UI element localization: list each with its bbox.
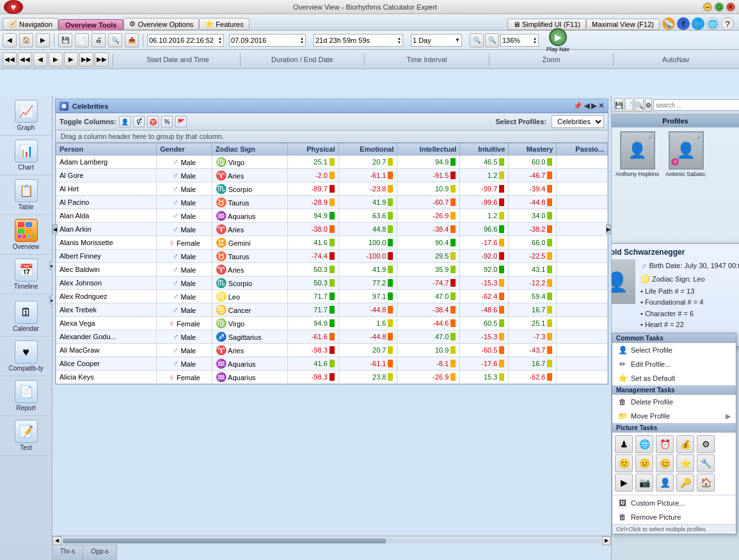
- table-row[interactable]: Al Pacino ♂ Male ♉ Taurus -28.9 41.9 -60…: [56, 196, 608, 209]
- home-button[interactable]: 🏠: [19, 33, 33, 47]
- sidebar-item-chart[interactable]: 📊 Chart: [0, 136, 52, 175]
- scroll-left-btn[interactable]: ◀: [52, 536, 61, 545]
- ctx-remove-picture[interactable]: 🗑 Remove Picture: [612, 510, 736, 524]
- next-button[interactable]: ▶: [64, 52, 78, 67]
- table-row[interactable]: Alicia Keys ♀ Female ♒ Aquarius -98.3 23…: [56, 371, 608, 384]
- col-intellectual[interactable]: Intellectual: [397, 143, 460, 156]
- sidebar-item-calendar[interactable]: 🗓 Calendar: [0, 297, 52, 337]
- col-passion[interactable]: Passio...: [557, 143, 608, 156]
- zoom-out-button[interactable]: 🔍: [485, 33, 499, 47]
- rp-delete-button[interactable]: 🔍: [635, 98, 644, 112]
- pic-btn-neutral[interactable]: 😐: [635, 454, 653, 472]
- toggle-btn-zodiac[interactable]: ♈: [147, 116, 159, 127]
- help-icon[interactable]: ?: [721, 17, 734, 30]
- search-input[interactable]: [653, 99, 739, 111]
- table-row[interactable]: Adam Lamberg ♂ Male ♍ Virgo 25.1 20.7 94…: [56, 156, 608, 169]
- start-date-input[interactable]: 06.10.2016 22:16:52 ▲ ▼: [147, 34, 224, 47]
- new-button[interactable]: 📄: [75, 33, 89, 47]
- horizontal-scrollbar[interactable]: ◀ ▶: [52, 536, 611, 545]
- rp-new-button[interactable]: 📄: [624, 98, 633, 112]
- pic-btn-play[interactable]: ▶: [615, 474, 633, 492]
- sidebar-item-graph[interactable]: 📈 Graph: [0, 96, 52, 136]
- overview-options-button[interactable]: ⚙ Overview Options: [123, 18, 199, 30]
- ctx-delete-profile[interactable]: 🗑 Delete Profile: [612, 395, 736, 409]
- rss-icon[interactable]: 📡: [662, 17, 675, 30]
- table-row[interactable]: Alan Arkin ♂ Male ♈ Aries -38.0 44.8 -38…: [56, 223, 608, 236]
- twitter-icon[interactable]: 🐦: [692, 17, 704, 30]
- grid-pin-button[interactable]: 📌: [573, 102, 582, 110]
- grid-nav-right[interactable]: ▶: [591, 102, 596, 110]
- ctx-select-profile[interactable]: 👤 Select Profile: [612, 343, 736, 357]
- save-button[interactable]: 💾: [58, 33, 72, 47]
- pic-btn-person[interactable]: 👤: [656, 474, 674, 492]
- first-button[interactable]: ◀◀: [3, 52, 17, 67]
- play-nav-button[interactable]: ▶ Play Nav: [546, 28, 569, 52]
- sidebar-item-table[interactable]: 📋 Table: [0, 175, 52, 215]
- pic-btn-globe[interactable]: 🌐: [635, 435, 653, 453]
- ctx-set-default[interactable]: ⭐ Set as Default: [612, 371, 736, 385]
- profile-card-antonio[interactable]: 👤 ♂ ♀ Antonio Sabato,: [663, 129, 709, 180]
- table-row[interactable]: Alec Baldwin ♂ Male ♈ Aries 50.3 41.9 35…: [56, 263, 608, 276]
- toggle-btn-person[interactable]: 👤: [119, 116, 131, 127]
- globe-icon[interactable]: 🌐: [706, 17, 719, 30]
- data-table-scroll[interactable]: Person Gender Zodiac Sign Physical Emoti…: [56, 143, 608, 384]
- sidebar-item-overview[interactable]: Overview: [0, 215, 52, 255]
- table-row[interactable]: Al Gore ♂ Male ♈ Aries -2.0 -61.1 -91.5 …: [56, 169, 608, 182]
- table-row[interactable]: Al Hirt ♂ Male ♏ Scorpio -89.7 -23.8 10.…: [56, 182, 608, 196]
- table-row[interactable]: Alexander Godu... ♂ Male ♐ Sagittarius -…: [56, 330, 608, 344]
- toggle-btn-gender[interactable]: ⚥: [133, 116, 145, 127]
- col-person[interactable]: Person: [56, 143, 157, 156]
- play-button[interactable]: ▶: [49, 52, 63, 67]
- back-button[interactable]: ◀: [3, 33, 17, 47]
- export-button[interactable]: 📤: [125, 33, 139, 47]
- duration-input[interactable]: 21d 23h 59m 59s ▲ ▼: [314, 34, 403, 47]
- left-collapse-arrow[interactable]: ◀: [52, 224, 58, 234]
- sidebar-item-timeline[interactable]: 📅 Timeline: [0, 255, 52, 294]
- zoom-input[interactable]: 136% ▲ ▼: [500, 34, 539, 47]
- table-row[interactable]: Alan Alda ♂ Male ♒ Aquarius 94.9 63.6 -2…: [56, 209, 608, 223]
- bottom-opp-s[interactable]: Opp-s: [83, 545, 116, 560]
- table-row[interactable]: Alex Johnson ♂ Male ♏ Scorpio 50.3 77.2 …: [56, 276, 608, 290]
- col-intuitive[interactable]: Intuitive: [460, 143, 509, 156]
- table-row[interactable]: Alex Trebek ♂ Male ♋ Cancer 71.7 -44.8 -…: [56, 303, 608, 317]
- grid-nav-left[interactable]: ◀: [584, 102, 589, 110]
- pic-btn-sad[interactable]: 🙁: [615, 454, 633, 472]
- table-row[interactable]: Alice Cooper ♂ Male ♒ Aquarius 41.6 -61.…: [56, 357, 608, 371]
- sidebar-item-report[interactable]: 📄 Report: [0, 376, 52, 416]
- overview-tools-tab[interactable]: Overview Tools: [58, 19, 124, 30]
- features-button[interactable]: ⭐ Features: [199, 18, 249, 30]
- col-mastery[interactable]: Mastery: [509, 143, 557, 156]
- app-logo[interactable]: ♥: [4, 0, 23, 14]
- pic-btn-gear[interactable]: ⚙: [697, 435, 715, 453]
- col-zodiac[interactable]: Zodiac Sign: [212, 143, 288, 156]
- sidebar-item-compatibility[interactable]: ♥ Compatib-ty: [0, 337, 52, 376]
- end-date-input[interactable]: 07.09.2016 ▲ ▼: [229, 34, 306, 47]
- rp-settings-button[interactable]: ⚙: [645, 98, 652, 112]
- rp-save-button[interactable]: 💾: [614, 98, 623, 112]
- table-row[interactable]: Alex Rodriguez ♂ Male ♌ Leo 71.7 97.1 47…: [56, 290, 608, 303]
- table-row[interactable]: Alexa Vega ♀ Female ♍ Virgo 94.9 1.6 -44…: [56, 317, 608, 330]
- find-button[interactable]: 🔍: [108, 33, 122, 47]
- minimize-button[interactable]: ─: [703, 3, 712, 12]
- table-row[interactable]: Ali MacGraw ♂ Male ♈ Aries -98.3 20.7 10…: [56, 344, 608, 357]
- ctx-edit-profile[interactable]: ✏ Edit Profile...: [612, 357, 736, 371]
- interval-select[interactable]: 1 Day ▼: [411, 34, 462, 47]
- sidebar-item-text[interactable]: 📝 Text: [0, 416, 52, 456]
- table-row[interactable]: Alanis Morissette ♀ Female ♊ Gemini 41.6…: [56, 236, 608, 250]
- next-big-button[interactable]: ▶▶: [79, 52, 93, 67]
- table-row[interactable]: Albert Finney ♂ Male ♉ Taurus -74.4 -100…: [56, 250, 608, 263]
- bottom-thr-s[interactable]: Thr-s: [52, 545, 83, 560]
- pic-btn-money[interactable]: 💰: [676, 435, 694, 453]
- pic-btn-wrench[interactable]: 🔧: [697, 454, 715, 472]
- pic-btn-star[interactable]: ⭐: [676, 454, 694, 472]
- ctx-move-profile[interactable]: 📁 Move Profile ▶: [612, 409, 736, 423]
- scroll-thumb[interactable]: [63, 538, 386, 543]
- toggle-btn-percent[interactable]: %: [161, 116, 173, 127]
- grid-close-button[interactable]: ✕: [598, 102, 604, 110]
- col-gender[interactable]: Gender: [157, 143, 212, 156]
- forward-button[interactable]: ▶: [36, 33, 50, 47]
- pic-btn-key[interactable]: 🔑: [676, 474, 694, 492]
- pic-btn-camera[interactable]: 📷: [635, 474, 653, 492]
- maximize-button[interactable]: □: [715, 3, 724, 12]
- ctx-custom-picture[interactable]: 🖼 Custom Picture...: [612, 496, 736, 510]
